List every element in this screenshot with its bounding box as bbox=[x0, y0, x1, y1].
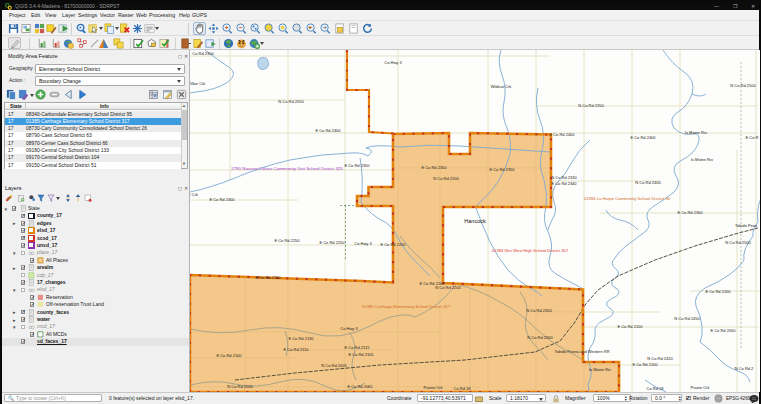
svg-text:E Co Rd 2250: E Co Rd 2250 bbox=[380, 242, 406, 247]
svg-text:E Co Rd 2100: E Co Rd 2100 bbox=[632, 362, 658, 367]
svg-text:E Co Rd 2250: E Co Rd 2250 bbox=[274, 238, 300, 243]
svg-text:N Co Rd 2350: N Co Rd 2350 bbox=[578, 103, 604, 108]
svg-text:E Co Rd 2110: E Co Rd 2110 bbox=[284, 347, 310, 352]
svg-text:E Co Rd 2350: E Co Rd 2350 bbox=[344, 163, 370, 168]
svg-text:ls Moine Riv: ls Moine Riv bbox=[691, 157, 713, 162]
svg-text:Co Rd 2300: Co Rd 2300 bbox=[192, 51, 214, 56]
svg-text:E Crk: E Crk bbox=[190, 192, 198, 197]
svg-text:01384 La Harpe Community Schoo: 01384 La Harpe Community School District… bbox=[584, 196, 671, 201]
svg-text:E Co Rd 2300: E Co Rd 2300 bbox=[209, 197, 235, 202]
svg-text:N Co Rd 2000: N Co Rd 2000 bbox=[227, 384, 253, 389]
svg-text:Co Hwy 3: Co Hwy 3 bbox=[384, 60, 402, 65]
svg-text:ls Moine Riv: ls Moine Riv bbox=[685, 130, 707, 135]
svg-text:Co Hwy 3: Co Hwy 3 bbox=[340, 326, 358, 331]
svg-text:E Co Rd 2350: E Co Rd 2350 bbox=[421, 165, 447, 170]
svg-text:E Co Rd 2250: E Co Rd 2250 bbox=[319, 240, 345, 245]
svg-text:Toledo Peoria and Western RR: Toledo Peoria and Western RR bbox=[554, 349, 609, 354]
svg-text:E Co Rd 2400: E Co Rd 2400 bbox=[630, 135, 656, 140]
svg-text:Prairie Crk: Prairie Crk bbox=[691, 385, 710, 390]
svg-text:Tillan Crk: Tillan Crk bbox=[190, 81, 205, 86]
svg-text:N Co Rd 2005: N Co Rd 2005 bbox=[321, 363, 347, 368]
svg-text:E Co Rd 2130: E Co Rd 2130 bbox=[288, 336, 314, 341]
svg-text:E Co Rd 2300: E Co Rd 2300 bbox=[677, 210, 703, 215]
svg-text:N Co Rd 2400: N Co Rd 2400 bbox=[635, 180, 661, 185]
svg-text:N Co Rd 2300: N Co Rd 2300 bbox=[526, 308, 552, 313]
svg-text:01384 Illini West High School: 01384 Illini West High School District 3… bbox=[492, 248, 569, 253]
svg-text:N Co Rd 2300: N Co Rd 2300 bbox=[527, 335, 553, 340]
svg-text:E Co Rd 2050: E Co Rd 2050 bbox=[710, 328, 736, 333]
svg-text:N Co Rd 2420: N Co Rd 2420 bbox=[647, 356, 673, 361]
svg-text:Co Rd 18: Co Rd 18 bbox=[454, 386, 472, 391]
svg-text:Wildcat Crk: Wildcat Crk bbox=[491, 84, 511, 89]
svg-text:Hancock: Hancock bbox=[464, 218, 486, 224]
svg-text:Toledo Peori: Toledo Peori bbox=[735, 223, 757, 228]
svg-text:E Co Rd 2150: E Co Rd 2150 bbox=[617, 324, 643, 329]
svg-text:N Co Rd 2500: N Co Rd 2500 bbox=[725, 240, 751, 245]
svg-text:N Co Rd 2330: N Co Rd 2330 bbox=[551, 175, 577, 180]
svg-text:E Co Rd 2350: E Co Rd 2350 bbox=[489, 167, 515, 172]
svg-text:E Co Rd 2200: E Co Rd 2200 bbox=[255, 275, 281, 280]
svg-text:N Co Rd 2500: N Co Rd 2500 bbox=[730, 83, 756, 88]
svg-text:01385 Carthage Elementary Scho: 01385 Carthage Elementary School Distric… bbox=[362, 304, 451, 309]
svg-text:E Co Rd 2100: E Co Rd 2100 bbox=[216, 353, 242, 358]
svg-text:la Moine Riv: la Moine Riv bbox=[589, 367, 611, 372]
svg-text:E Co Rd 2065: E Co Rd 2065 bbox=[347, 384, 373, 389]
svg-text:E Co Rd 2200: E Co Rd 2200 bbox=[705, 289, 731, 294]
svg-text:2790 Nauvoo-Colusa Community U: 2790 Nauvoo-Colusa Community Unit School… bbox=[231, 166, 343, 171]
svg-text:N Co Rd 2: N Co Rd 2 bbox=[735, 366, 754, 371]
svg-text:E Co Rd 2105: E Co Rd 2105 bbox=[348, 352, 374, 357]
svg-text:N Co Rd 2200: N Co Rd 2200 bbox=[433, 176, 459, 181]
svg-text:N Co Rd 2450: N Co Rd 2450 bbox=[674, 316, 700, 321]
svg-text:E Co Rd 2115: E Co Rd 2115 bbox=[345, 345, 371, 350]
svg-text:E Co Rd 2400: E Co Rd 2400 bbox=[315, 128, 341, 133]
svg-text:Prairie Crk: Prairie Crk bbox=[424, 385, 443, 390]
svg-text:N Co Rd 2050: N Co Rd 2050 bbox=[278, 99, 304, 104]
svg-text:E Co R: E Co R bbox=[746, 135, 759, 140]
svg-text:Co Rd 18: Co Rd 18 bbox=[647, 386, 665, 391]
svg-text:Co Hwy 3: Co Hwy 3 bbox=[354, 241, 372, 246]
svg-text:E Co Rd 2400: E Co Rd 2400 bbox=[549, 132, 575, 137]
svg-text:N Co Rd 2200: N Co Rd 2200 bbox=[435, 285, 461, 290]
svg-text:E Co Rd 2340: E Co Rd 2340 bbox=[551, 181, 577, 186]
